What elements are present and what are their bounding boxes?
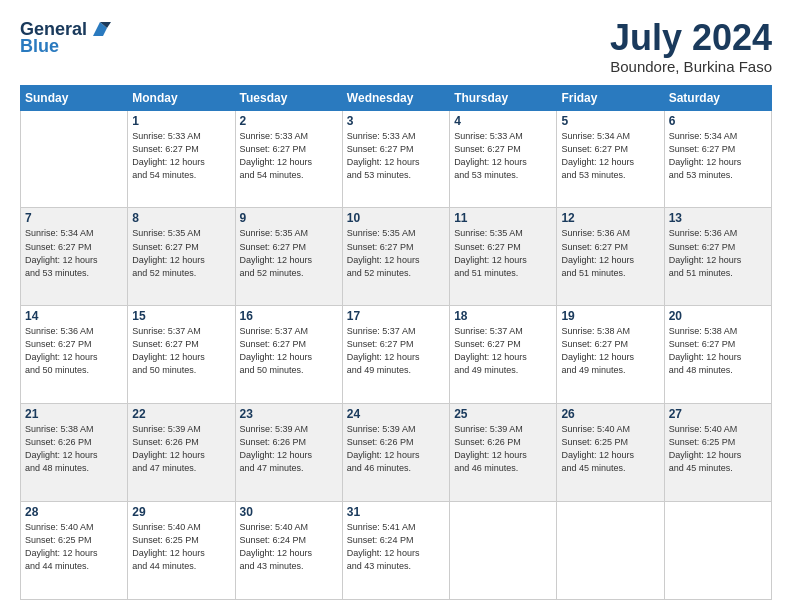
calendar-cell: 18Sunrise: 5:37 AM Sunset: 6:27 PM Dayli… (450, 306, 557, 404)
day-number: 29 (132, 505, 230, 519)
day-info: Sunrise: 5:33 AM Sunset: 6:27 PM Dayligh… (454, 130, 552, 182)
location: Boundore, Burkina Faso (610, 58, 772, 75)
calendar-header-wednesday: Wednesday (342, 85, 449, 110)
calendar-cell: 22Sunrise: 5:39 AM Sunset: 6:26 PM Dayli… (128, 404, 235, 502)
day-number: 6 (669, 114, 767, 128)
month-title: July 2024 (610, 18, 772, 58)
day-number: 9 (240, 211, 338, 225)
day-info: Sunrise: 5:40 AM Sunset: 6:25 PM Dayligh… (25, 521, 123, 573)
calendar-header-tuesday: Tuesday (235, 85, 342, 110)
day-info: Sunrise: 5:35 AM Sunset: 6:27 PM Dayligh… (240, 227, 338, 279)
calendar-cell: 1Sunrise: 5:33 AM Sunset: 6:27 PM Daylig… (128, 110, 235, 208)
day-info: Sunrise: 5:37 AM Sunset: 6:27 PM Dayligh… (240, 325, 338, 377)
day-info: Sunrise: 5:36 AM Sunset: 6:27 PM Dayligh… (25, 325, 123, 377)
day-info: Sunrise: 5:40 AM Sunset: 6:25 PM Dayligh… (132, 521, 230, 573)
logo: General Blue (20, 18, 111, 57)
calendar-cell: 20Sunrise: 5:38 AM Sunset: 6:27 PM Dayli… (664, 306, 771, 404)
calendar-header-saturday: Saturday (664, 85, 771, 110)
header: General Blue July 2024 Boundore, Burkina… (20, 18, 772, 75)
calendar-cell: 14Sunrise: 5:36 AM Sunset: 6:27 PM Dayli… (21, 306, 128, 404)
calendar-cell: 15Sunrise: 5:37 AM Sunset: 6:27 PM Dayli… (128, 306, 235, 404)
day-info: Sunrise: 5:39 AM Sunset: 6:26 PM Dayligh… (240, 423, 338, 475)
calendar-week-row-5: 28Sunrise: 5:40 AM Sunset: 6:25 PM Dayli… (21, 502, 772, 600)
day-info: Sunrise: 5:36 AM Sunset: 6:27 PM Dayligh… (561, 227, 659, 279)
calendar-week-row-1: 1Sunrise: 5:33 AM Sunset: 6:27 PM Daylig… (21, 110, 772, 208)
page: General Blue July 2024 Boundore, Burkina… (0, 0, 792, 612)
day-number: 8 (132, 211, 230, 225)
calendar-header-sunday: Sunday (21, 85, 128, 110)
day-number: 13 (669, 211, 767, 225)
calendar-cell (21, 110, 128, 208)
calendar-header-monday: Monday (128, 85, 235, 110)
day-info: Sunrise: 5:34 AM Sunset: 6:27 PM Dayligh… (25, 227, 123, 279)
day-number: 1 (132, 114, 230, 128)
day-info: Sunrise: 5:33 AM Sunset: 6:27 PM Dayligh… (347, 130, 445, 182)
day-number: 2 (240, 114, 338, 128)
calendar-cell (557, 502, 664, 600)
calendar-cell: 16Sunrise: 5:37 AM Sunset: 6:27 PM Dayli… (235, 306, 342, 404)
calendar-cell: 13Sunrise: 5:36 AM Sunset: 6:27 PM Dayli… (664, 208, 771, 306)
calendar-cell: 21Sunrise: 5:38 AM Sunset: 6:26 PM Dayli… (21, 404, 128, 502)
day-number: 17 (347, 309, 445, 323)
calendar-cell: 31Sunrise: 5:41 AM Sunset: 6:24 PM Dayli… (342, 502, 449, 600)
day-number: 16 (240, 309, 338, 323)
calendar-cell: 12Sunrise: 5:36 AM Sunset: 6:27 PM Dayli… (557, 208, 664, 306)
calendar-cell: 2Sunrise: 5:33 AM Sunset: 6:27 PM Daylig… (235, 110, 342, 208)
day-number: 12 (561, 211, 659, 225)
calendar-cell: 9Sunrise: 5:35 AM Sunset: 6:27 PM Daylig… (235, 208, 342, 306)
calendar-cell: 6Sunrise: 5:34 AM Sunset: 6:27 PM Daylig… (664, 110, 771, 208)
day-number: 19 (561, 309, 659, 323)
calendar-cell: 7Sunrise: 5:34 AM Sunset: 6:27 PM Daylig… (21, 208, 128, 306)
title-block: July 2024 Boundore, Burkina Faso (610, 18, 772, 75)
logo-icon (89, 18, 111, 40)
calendar-cell: 10Sunrise: 5:35 AM Sunset: 6:27 PM Dayli… (342, 208, 449, 306)
day-number: 10 (347, 211, 445, 225)
day-number: 14 (25, 309, 123, 323)
day-info: Sunrise: 5:35 AM Sunset: 6:27 PM Dayligh… (132, 227, 230, 279)
calendar-cell: 25Sunrise: 5:39 AM Sunset: 6:26 PM Dayli… (450, 404, 557, 502)
day-info: Sunrise: 5:37 AM Sunset: 6:27 PM Dayligh… (347, 325, 445, 377)
calendar-header-friday: Friday (557, 85, 664, 110)
day-number: 24 (347, 407, 445, 421)
day-info: Sunrise: 5:37 AM Sunset: 6:27 PM Dayligh… (132, 325, 230, 377)
calendar-cell: 17Sunrise: 5:37 AM Sunset: 6:27 PM Dayli… (342, 306, 449, 404)
day-info: Sunrise: 5:38 AM Sunset: 6:27 PM Dayligh… (561, 325, 659, 377)
day-info: Sunrise: 5:41 AM Sunset: 6:24 PM Dayligh… (347, 521, 445, 573)
day-info: Sunrise: 5:36 AM Sunset: 6:27 PM Dayligh… (669, 227, 767, 279)
day-number: 21 (25, 407, 123, 421)
calendar-cell: 24Sunrise: 5:39 AM Sunset: 6:26 PM Dayli… (342, 404, 449, 502)
calendar-cell: 3Sunrise: 5:33 AM Sunset: 6:27 PM Daylig… (342, 110, 449, 208)
day-info: Sunrise: 5:39 AM Sunset: 6:26 PM Dayligh… (132, 423, 230, 475)
day-info: Sunrise: 5:35 AM Sunset: 6:27 PM Dayligh… (347, 227, 445, 279)
calendar-cell: 23Sunrise: 5:39 AM Sunset: 6:26 PM Dayli… (235, 404, 342, 502)
calendar-cell: 26Sunrise: 5:40 AM Sunset: 6:25 PM Dayli… (557, 404, 664, 502)
day-info: Sunrise: 5:39 AM Sunset: 6:26 PM Dayligh… (347, 423, 445, 475)
calendar-cell: 19Sunrise: 5:38 AM Sunset: 6:27 PM Dayli… (557, 306, 664, 404)
calendar-cell: 5Sunrise: 5:34 AM Sunset: 6:27 PM Daylig… (557, 110, 664, 208)
day-number: 18 (454, 309, 552, 323)
calendar-week-row-4: 21Sunrise: 5:38 AM Sunset: 6:26 PM Dayli… (21, 404, 772, 502)
day-number: 5 (561, 114, 659, 128)
day-number: 11 (454, 211, 552, 225)
calendar-week-row-3: 14Sunrise: 5:36 AM Sunset: 6:27 PM Dayli… (21, 306, 772, 404)
calendar-cell: 8Sunrise: 5:35 AM Sunset: 6:27 PM Daylig… (128, 208, 235, 306)
day-info: Sunrise: 5:40 AM Sunset: 6:25 PM Dayligh… (669, 423, 767, 475)
day-info: Sunrise: 5:35 AM Sunset: 6:27 PM Dayligh… (454, 227, 552, 279)
calendar-cell: 30Sunrise: 5:40 AM Sunset: 6:24 PM Dayli… (235, 502, 342, 600)
calendar-cell: 4Sunrise: 5:33 AM Sunset: 6:27 PM Daylig… (450, 110, 557, 208)
calendar-cell: 11Sunrise: 5:35 AM Sunset: 6:27 PM Dayli… (450, 208, 557, 306)
day-number: 26 (561, 407, 659, 421)
day-number: 28 (25, 505, 123, 519)
day-number: 22 (132, 407, 230, 421)
day-info: Sunrise: 5:38 AM Sunset: 6:27 PM Dayligh… (669, 325, 767, 377)
day-number: 3 (347, 114, 445, 128)
day-info: Sunrise: 5:39 AM Sunset: 6:26 PM Dayligh… (454, 423, 552, 475)
calendar-header-thursday: Thursday (450, 85, 557, 110)
calendar-cell (664, 502, 771, 600)
day-number: 27 (669, 407, 767, 421)
day-info: Sunrise: 5:34 AM Sunset: 6:27 PM Dayligh… (669, 130, 767, 182)
day-number: 30 (240, 505, 338, 519)
calendar-header-row: SundayMondayTuesdayWednesdayThursdayFrid… (21, 85, 772, 110)
day-number: 4 (454, 114, 552, 128)
day-number: 25 (454, 407, 552, 421)
